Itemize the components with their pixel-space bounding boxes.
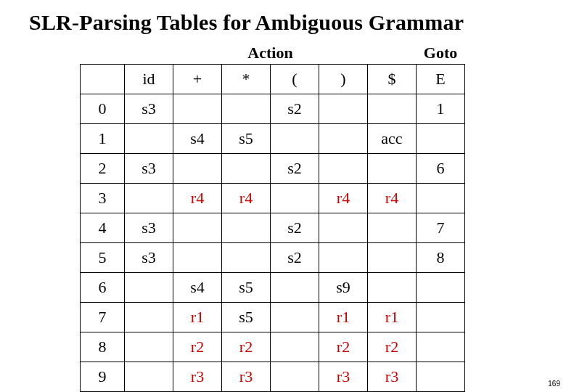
table-cell: [417, 362, 465, 392]
table-cell: [417, 303, 465, 332]
table-cell: [368, 273, 417, 303]
state-cell: 2: [81, 154, 125, 184]
table-cell: [125, 124, 173, 154]
table-cell: s3: [125, 243, 173, 273]
col-header-plus: +: [173, 65, 222, 94]
table-cell: [173, 94, 222, 124]
col-header-dollar: $: [368, 65, 417, 94]
table-cell: [173, 154, 222, 184]
table-cell: [271, 273, 319, 303]
parsing-table-wrap: Action Goto id + * ( ) $ E 0s3s211s4s5ac…: [80, 42, 537, 392]
page-title: SLR-Parsing Tables for Ambiguous Grammar: [29, 10, 537, 35]
state-cell: 7: [81, 303, 125, 332]
table-cell: [222, 94, 271, 124]
state-cell: 0: [81, 94, 125, 124]
table-row: 2s3s26: [81, 154, 465, 184]
table-cell: [271, 332, 319, 362]
table-cell: [271, 184, 319, 213]
table-cell: s2: [271, 154, 319, 184]
col-header-state: [81, 65, 125, 94]
group-header-blank: [81, 42, 125, 65]
table-cell: r4: [173, 184, 222, 213]
table-cell: [368, 213, 417, 243]
table-cell: r3: [319, 362, 368, 392]
table-cell: [319, 94, 368, 124]
table-cell: [125, 184, 173, 213]
table-cell: [417, 273, 465, 303]
table-cell: 1: [417, 94, 465, 124]
parsing-table: Action Goto id + * ( ) $ E 0s3s211s4s5ac…: [80, 42, 465, 392]
table-cell: [125, 273, 173, 303]
table-cell: r2: [222, 332, 271, 362]
table-row: 6s4s5s9: [81, 273, 465, 303]
table-cell: acc: [368, 124, 417, 154]
table-cell: [417, 124, 465, 154]
table-cell: r2: [173, 332, 222, 362]
col-header-id: id: [125, 65, 173, 94]
table-cell: r2: [319, 332, 368, 362]
table-cell: s4: [173, 273, 222, 303]
table-row: 5s3s28: [81, 243, 465, 273]
table-cell: r4: [319, 184, 368, 213]
table-cell: s2: [271, 243, 319, 273]
state-cell: 9: [81, 362, 125, 392]
table-cell: [271, 303, 319, 332]
state-cell: 8: [81, 332, 125, 362]
group-header-action: Action: [125, 42, 417, 65]
table-cell: r3: [222, 362, 271, 392]
table-cell: [368, 94, 417, 124]
table-cell: [319, 213, 368, 243]
table-cell: [319, 243, 368, 273]
col-header-lparen: (: [271, 65, 319, 94]
table-cell: [222, 243, 271, 273]
table-cell: r3: [173, 362, 222, 392]
state-cell: 4: [81, 213, 125, 243]
table-cell: 8: [417, 243, 465, 273]
table-cell: s2: [271, 213, 319, 243]
table-cell: [417, 332, 465, 362]
table-row: 3r4r4r4r4: [81, 184, 465, 213]
table-cell: s5: [222, 273, 271, 303]
table-cell: [125, 362, 173, 392]
table-cell: [319, 154, 368, 184]
table-cell: r4: [368, 184, 417, 213]
table-cell: s5: [222, 303, 271, 332]
table-cell: r1: [173, 303, 222, 332]
table-cell: 7: [417, 213, 465, 243]
table-cell: [173, 243, 222, 273]
table-cell: s4: [173, 124, 222, 154]
col-header-E: E: [417, 65, 465, 94]
table-cell: r3: [368, 362, 417, 392]
table-cell: [368, 154, 417, 184]
table-body: 0s3s211s4s5acc2s3s263r4r4r4r44s3s275s3s2…: [81, 94, 465, 392]
table-cell: [271, 124, 319, 154]
table-cell: 6: [417, 154, 465, 184]
state-cell: 5: [81, 243, 125, 273]
table-cell: [173, 213, 222, 243]
table-cell: r2: [368, 332, 417, 362]
col-header-rparen: ): [319, 65, 368, 94]
table-cell: r4: [222, 184, 271, 213]
table-cell: [125, 332, 173, 362]
table-cell: [271, 362, 319, 392]
table-row: 9r3r3r3r3: [81, 362, 465, 392]
table-cell: [417, 184, 465, 213]
table-cell: s2: [271, 94, 319, 124]
table-cell: [368, 243, 417, 273]
slide: SLR-Parsing Tables for Ambiguous Grammar…: [0, 0, 566, 392]
page-number: 169: [548, 380, 560, 388]
table-cell: [319, 124, 368, 154]
table-row: 4s3s27: [81, 213, 465, 243]
table-cell: [125, 303, 173, 332]
state-cell: 3: [81, 184, 125, 213]
table-cell: s3: [125, 94, 173, 124]
state-cell: 1: [81, 124, 125, 154]
group-header-goto: Goto: [417, 42, 465, 65]
table-cell: r1: [319, 303, 368, 332]
table-cell: s9: [319, 273, 368, 303]
table-row: 8r2r2r2r2: [81, 332, 465, 362]
table-cell: s3: [125, 154, 173, 184]
state-cell: 6: [81, 273, 125, 303]
table-cell: r1: [368, 303, 417, 332]
group-header-row: Action Goto: [81, 42, 465, 65]
